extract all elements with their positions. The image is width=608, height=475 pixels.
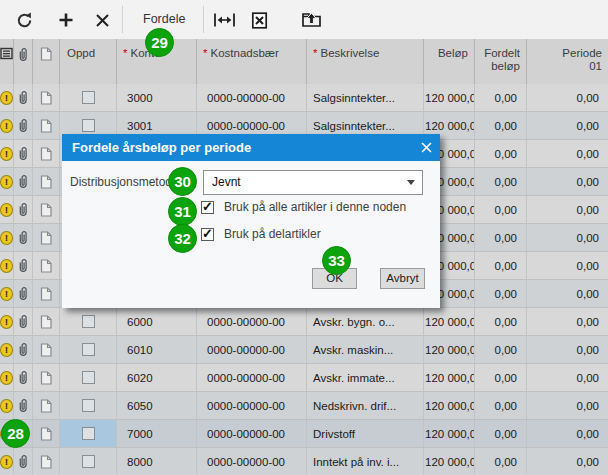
refresh-button[interactable] — [12, 8, 36, 32]
oppd-cell[interactable] — [60, 308, 117, 335]
beskrivelse-cell[interactable]: Salgsinntekter... — [307, 84, 424, 111]
table-row[interactable]: !80000000-00000-00Inntekt på inv. i...12… — [0, 448, 608, 475]
table-row[interactable]: !60500000-00000-00Nedskrivn. drif...120 … — [0, 392, 608, 420]
document-cell[interactable] — [33, 112, 60, 139]
attachment-cell[interactable] — [14, 252, 33, 279]
attachment-cell[interactable] — [14, 392, 33, 419]
periode-01-cell[interactable]: 0,00 — [527, 364, 608, 391]
fordelt-belop-cell[interactable]: 0,00 — [475, 420, 527, 447]
export-excel-button[interactable] — [247, 8, 271, 32]
oppd-cell[interactable] — [60, 448, 117, 475]
document-cell[interactable] — [33, 280, 60, 307]
oppd-cell[interactable] — [60, 336, 117, 363]
attachment-cell[interactable] — [14, 280, 33, 307]
fordelt-belop-cell[interactable]: 0,00 — [475, 364, 527, 391]
column-header-periode-01[interactable]: Periode 01 — [527, 39, 608, 84]
konto-cell[interactable]: 7000 — [117, 420, 197, 447]
document-cell[interactable] — [33, 364, 60, 391]
all-articles-checkbox[interactable] — [201, 201, 214, 214]
oppd-checkbox[interactable] — [82, 343, 95, 356]
periode-01-cell[interactable]: 0,00 — [527, 140, 608, 167]
belop-cell[interactable]: 120 000,00 — [424, 336, 475, 363]
beskrivelse-cell[interactable]: Avskr. immate... — [307, 364, 424, 391]
cancel-button[interactable]: Avbryt — [380, 268, 425, 289]
belop-cell[interactable]: 120 000,00 — [424, 308, 475, 335]
periode-01-cell[interactable]: 0,00 — [527, 448, 608, 475]
table-row[interactable]: !60200000-00000-00Avskr. immate...120 00… — [0, 364, 608, 392]
column-header-oppd[interactable]: Oppd — [60, 39, 117, 84]
periode-01-cell[interactable]: 0,00 — [527, 196, 608, 223]
belop-cell[interactable]: 120 000,00 — [424, 364, 475, 391]
periode-01-cell[interactable]: 0,00 — [527, 280, 608, 307]
subarticles-checkbox[interactable] — [201, 228, 214, 241]
table-row[interactable]: !30000000-00000-00Salgsinntekter...120 0… — [0, 84, 608, 112]
periode-01-cell[interactable]: 0,00 — [527, 168, 608, 195]
attachment-cell[interactable] — [14, 84, 33, 111]
document-cell[interactable] — [33, 336, 60, 363]
document-cell[interactable] — [33, 140, 60, 167]
fordelt-belop-cell[interactable]: 0,00 — [475, 112, 527, 139]
beskrivelse-cell[interactable]: Inntekt på inv. i... — [307, 448, 424, 475]
kostnadsbaerer-cell[interactable]: 0000-00000-00 — [197, 336, 307, 363]
kostnadsbaerer-cell[interactable]: 0000-00000-00 — [197, 392, 307, 419]
oppd-checkbox[interactable] — [82, 119, 95, 132]
kostnadsbaerer-cell[interactable]: 0000-00000-00 — [197, 448, 307, 475]
fordelt-belop-cell[interactable]: 0,00 — [475, 84, 527, 111]
periode-01-cell[interactable]: 0,00 — [527, 252, 608, 279]
attachment-cell[interactable] — [14, 448, 33, 475]
attachment-cell[interactable] — [14, 224, 33, 251]
column-header-kostnadsbaerer[interactable]: * Kostnadsbær — [197, 39, 307, 84]
belop-cell[interactable]: 120 000,00 — [424, 448, 475, 475]
konto-cell[interactable]: 6050 — [117, 392, 197, 419]
document-cell[interactable] — [33, 84, 60, 111]
distribution-method-dropdown[interactable]: Jevnt — [203, 170, 423, 195]
fordelt-belop-cell[interactable]: 0,00 — [475, 196, 527, 223]
fordelt-belop-cell[interactable]: 0,00 — [475, 252, 527, 279]
attachment-cell[interactable] — [14, 308, 33, 335]
fordelt-belop-cell[interactable]: 0,00 — [475, 448, 527, 475]
document-cell[interactable] — [33, 392, 60, 419]
table-row[interactable]: !60000000-00000-00Avskr. bygn. o...120 0… — [0, 308, 608, 336]
table-row[interactable]: !70000000-00000-00Drivstoff120 000,000,0… — [0, 420, 608, 448]
oppd-checkbox[interactable] — [82, 91, 95, 104]
oppd-cell[interactable] — [60, 364, 117, 391]
konto-cell[interactable]: 6010 — [117, 336, 197, 363]
document-cell[interactable] — [33, 308, 60, 335]
kostnadsbaerer-cell[interactable]: 0000-00000-00 — [197, 364, 307, 391]
fordelt-belop-cell[interactable]: 0,00 — [475, 308, 527, 335]
document-cell[interactable] — [33, 252, 60, 279]
konto-cell[interactable]: 8000 — [117, 448, 197, 475]
kostnadsbaerer-cell[interactable]: 0000-00000-00 — [197, 420, 307, 447]
oppd-checkbox[interactable] — [82, 371, 95, 384]
document-cell[interactable] — [33, 448, 60, 475]
header-notes-column[interactable] — [0, 39, 14, 84]
document-cell[interactable] — [33, 168, 60, 195]
beskrivelse-cell[interactable]: Avskr. bygn. o... — [307, 308, 424, 335]
attachment-cell[interactable] — [14, 112, 33, 139]
column-header-beskrivelse[interactable]: * Beskrivelse — [307, 39, 424, 84]
fordelt-belop-cell[interactable]: 0,00 — [475, 336, 527, 363]
attachment-cell[interactable] — [14, 364, 33, 391]
konto-cell[interactable]: 6020 — [117, 364, 197, 391]
header-document-column[interactable] — [33, 39, 60, 84]
oppd-checkbox[interactable] — [82, 455, 95, 468]
beskrivelse-cell[interactable]: Nedskrivn. drif... — [307, 392, 424, 419]
oppd-checkbox[interactable] — [82, 399, 95, 412]
oppd-cell[interactable] — [60, 420, 117, 447]
attachment-cell[interactable] — [14, 336, 33, 363]
kostnadsbaerer-cell[interactable]: 0000-00000-00 — [197, 308, 307, 335]
periode-01-cell[interactable]: 0,00 — [527, 224, 608, 251]
kostnadsbaerer-cell[interactable]: 0000-00000-00 — [197, 84, 307, 111]
fordelt-belop-cell[interactable]: 0,00 — [475, 168, 527, 195]
attachment-cell[interactable] — [14, 140, 33, 167]
belop-cell[interactable]: 120 000,00 — [424, 420, 475, 447]
periode-01-cell[interactable]: 0,00 — [527, 112, 608, 139]
delete-row-button[interactable] — [90, 8, 114, 32]
document-cell[interactable] — [33, 224, 60, 251]
belop-cell[interactable]: 120 000,00 — [424, 84, 475, 111]
oppd-checkbox[interactable] — [82, 315, 95, 328]
periode-01-cell[interactable]: 0,00 — [527, 392, 608, 419]
oppd-cell[interactable] — [60, 392, 117, 419]
konto-cell[interactable]: 6000 — [117, 308, 197, 335]
fordelt-belop-cell[interactable]: 0,00 — [475, 140, 527, 167]
